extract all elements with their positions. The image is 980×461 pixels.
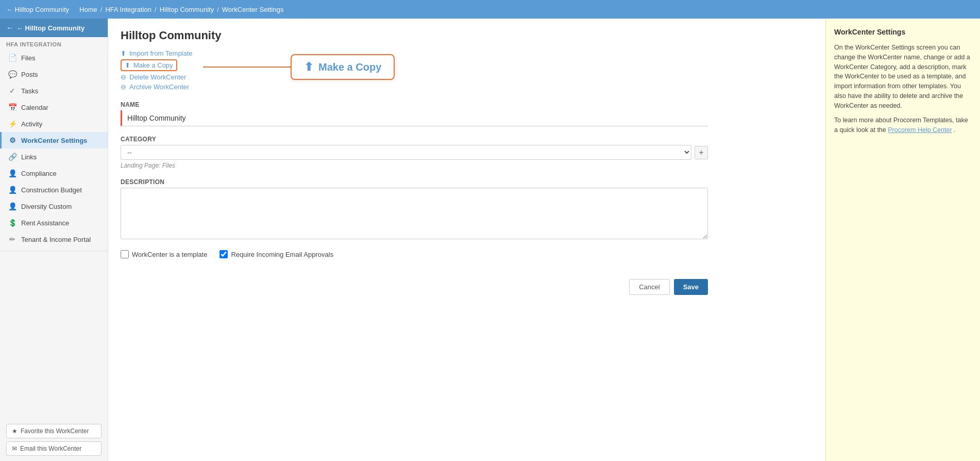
sidebar-label-calendar: Calendar <box>21 104 48 111</box>
import-label: Import from Template <box>129 50 193 57</box>
sidebar-label-activity: Activity <box>21 120 42 128</box>
callout-connector <box>203 67 291 68</box>
sidebar-item-construction-budget[interactable]: 👤 Construction Budget <box>0 182 108 198</box>
sidebar-item-posts[interactable]: 💬 Posts <box>0 66 108 83</box>
sidebar-label-rent-assistance: Rent Assistance <box>21 219 69 227</box>
sidebar-label-diversity-custom: Diversity Custom <box>21 203 72 210</box>
back-arrow-icon: ← <box>6 24 13 32</box>
email-approvals-checkbox-item: Require Incoming Email Approvals <box>219 250 333 258</box>
sidebar: ← ← Hilltop Community HFA Integration 📄 … <box>0 19 108 461</box>
nav-back-link[interactable]: ← Hilltop Community <box>6 6 69 13</box>
tasks-icon: ✓ <box>8 87 17 95</box>
cancel-button[interactable]: Cancel <box>629 279 669 295</box>
right-panel-body: On the WorkCenter Settings screen you ca… <box>834 43 972 110</box>
links-icon: 🔗 <box>8 153 17 161</box>
top-nav: ← Hilltop Community Home / HFA Integrati… <box>0 0 980 19</box>
category-row: -- + <box>121 145 708 160</box>
compliance-icon: 👤 <box>8 169 17 177</box>
sidebar-header-label: ← Hilltop Community <box>16 24 85 32</box>
sidebar-item-files[interactable]: 📄 Files <box>0 50 108 66</box>
sidebar-item-compliance[interactable]: 👤 Compliance <box>0 165 108 182</box>
calendar-icon: 📅 <box>8 103 17 111</box>
learn-more-suffix: . <box>954 126 955 134</box>
breadcrumb-home[interactable]: Home <box>79 6 97 13</box>
archive-workcenter-row: ⊖ Archive WorkCenter <box>121 83 813 91</box>
files-icon: 📄 <box>8 54 17 62</box>
breadcrumb-current: WorkCenter Settings <box>222 6 284 13</box>
callout-wrapper: ⬆ Make a Copy <box>291 54 395 80</box>
sidebar-item-workcenter-settings[interactable]: ⚙ WorkCenter Settings <box>0 132 108 149</box>
sidebar-item-tasks[interactable]: ✓ Tasks <box>0 83 108 99</box>
category-label: Category <box>121 136 813 143</box>
template-checkbox-item: WorkCenter is a template <box>121 250 207 258</box>
breadcrumb-hfa[interactable]: HFA Integration <box>105 6 151 13</box>
email-label: Email this WorkCenter <box>20 445 81 452</box>
bottom-actions: Cancel Save <box>121 279 708 305</box>
sidebar-item-tenant-income[interactable]: ✏ Tenant & Income Portal <box>0 231 108 248</box>
make-copy-label: Make a Copy <box>133 61 173 69</box>
favorite-workcenter-button[interactable]: ★ Favorite this WorkCenter <box>6 424 102 438</box>
page-title: Hilltop Community <box>121 29 813 42</box>
archive-icon: ⊖ <box>121 83 126 91</box>
procorem-help-center-link[interactable]: Procorem Help Center <box>888 126 952 134</box>
sidebar-item-rent-assistance[interactable]: 💲 Rent Assistance <box>0 215 108 231</box>
sidebar-header[interactable]: ← ← Hilltop Community <box>0 19 108 37</box>
import-template-link[interactable]: ⬆ Import from Template <box>121 50 193 57</box>
name-label: Name <box>121 101 813 108</box>
callout-box[interactable]: ⬆ Make a Copy <box>291 54 395 80</box>
rent-assistance-icon: 💲 <box>8 219 17 227</box>
delete-icon: ⊖ <box>121 73 126 81</box>
sidebar-label-files: Files <box>21 54 35 62</box>
make-copy-row: ⬆ Make a Copy ⬆ Make a Copy <box>121 59 813 71</box>
sidebar-bottom: ★ Favorite this WorkCenter ✉ Email this … <box>0 419 108 461</box>
sidebar-label-workcenter-settings: WorkCenter Settings <box>21 137 87 144</box>
diversity-custom-icon: 👤 <box>8 202 17 210</box>
description-textarea[interactable] <box>121 188 708 239</box>
archive-workcenter-link[interactable]: ⊖ Archive WorkCenter <box>121 83 189 91</box>
settings-icon: ⚙ <box>8 136 17 144</box>
sidebar-label-compliance: Compliance <box>21 170 57 177</box>
archive-label: Archive WorkCenter <box>129 83 189 91</box>
name-section: Name <box>121 101 813 126</box>
email-approvals-checkbox-label[interactable]: Require Incoming Email Approvals <box>231 251 333 258</box>
import-icon: ⬆ <box>121 50 126 57</box>
description-section: Description <box>121 178 813 241</box>
activity-icon: ⚡ <box>8 120 17 128</box>
copy-icon: ⬆ <box>125 61 130 69</box>
delete-workcenter-row: ⊖ Delete WorkCenter <box>121 73 813 81</box>
category-select[interactable]: -- <box>121 145 691 160</box>
sidebar-integration-label: HFA Integration <box>0 37 108 50</box>
sidebar-item-diversity-custom[interactable]: 👤 Diversity Custom <box>0 198 108 215</box>
sidebar-item-calendar[interactable]: 📅 Calendar <box>0 99 108 116</box>
category-section: Category -- + Landing Page: Files <box>121 136 813 169</box>
sidebar-item-links[interactable]: 🔗 Links <box>0 149 108 165</box>
delete-workcenter-link[interactable]: ⊖ Delete WorkCenter <box>121 73 186 81</box>
breadcrumb-hilltop[interactable]: Hilltop Community <box>160 6 214 13</box>
save-button[interactable]: Save <box>674 279 708 295</box>
name-input[interactable] <box>125 111 708 125</box>
email-approvals-checkbox[interactable] <box>219 250 228 258</box>
favorite-icon: ★ <box>12 427 18 435</box>
right-panel: WorkCenter Settings On the WorkCenter Se… <box>825 19 980 461</box>
delete-label: Delete WorkCenter <box>129 73 186 81</box>
sidebar-item-activity[interactable]: ⚡ Activity <box>0 116 108 132</box>
email-icon: ✉ <box>12 445 17 452</box>
callout-upload-icon: ⬆ <box>304 60 313 74</box>
email-workcenter-button[interactable]: ✉ Email this WorkCenter <box>6 441 102 456</box>
template-checkbox[interactable] <box>121 250 129 258</box>
posts-icon: 💬 <box>8 70 17 78</box>
sidebar-divider <box>0 251 108 251</box>
tenant-icon: ✏ <box>8 235 17 243</box>
name-accent-bar <box>121 110 122 126</box>
favorite-label: Favorite this WorkCenter <box>21 427 89 435</box>
action-links: ⬆ Import from Template ⬆ Make a Copy ⬆ M… <box>121 50 813 91</box>
sidebar-label-links: Links <box>21 153 37 161</box>
landing-page-hint: Landing Page: Files <box>121 162 813 169</box>
right-panel-title: WorkCenter Settings <box>834 27 972 38</box>
template-checkbox-label[interactable]: WorkCenter is a template <box>132 251 207 258</box>
right-panel-learn-more: To learn more about Procorem Templates, … <box>834 116 972 135</box>
make-copy-link[interactable]: ⬆ Make a Copy <box>121 59 177 71</box>
sidebar-label-posts: Posts <box>21 71 38 78</box>
category-add-button[interactable]: + <box>695 146 708 159</box>
main-content: Hilltop Community ⬆ Import from Template… <box>108 19 825 461</box>
